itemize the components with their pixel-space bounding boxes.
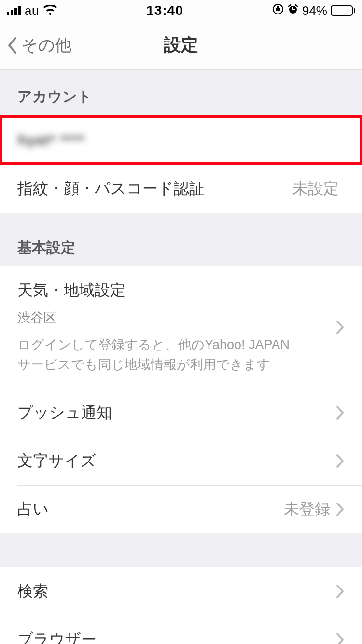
search-label: 検索 [17, 581, 336, 602]
section-header-account: アカウント [0, 70, 362, 115]
browser-row[interactable]: ブラウザー [0, 616, 362, 644]
carrier-label: au [25, 3, 39, 18]
weather-region-hint: ログインして登録すると、他のYahoo! JAPANサービスでも同じ地域情報が利… [17, 335, 297, 374]
battery-percent: 94% [302, 3, 327, 18]
chevron-right-icon [336, 454, 345, 468]
back-label: その他 [21, 34, 71, 56]
back-button[interactable]: その他 [0, 34, 71, 56]
chevron-right-icon [336, 502, 345, 517]
account-id-highlight: hyat* **** [0, 115, 362, 165]
chevron-right-icon [336, 584, 345, 599]
orientation-lock-icon [272, 3, 284, 18]
section-header-basic: 基本設定 [0, 213, 362, 266]
fortune-value: 未登録 [284, 499, 330, 520]
battery-icon [331, 5, 355, 16]
chevron-right-icon [336, 406, 345, 420]
weather-region-row[interactable]: 天気・地域設定 渋谷区 ログインして登録すると、他のYahoo! JAPANサー… [0, 266, 362, 389]
weather-region-label: 天気・地域設定 [17, 280, 336, 301]
signal-icon [7, 6, 21, 15]
font-size-row[interactable]: 文字サイズ [0, 437, 362, 485]
browser-label: ブラウザー [17, 629, 336, 644]
push-notification-row[interactable]: プッシュ通知 [0, 389, 362, 437]
status-bar: au 13:40 94% [0, 0, 362, 21]
weather-region-value: 渋谷区 [17, 309, 336, 326]
account-id-value: hyat* **** [18, 132, 84, 148]
wifi-icon [43, 5, 57, 16]
chevron-left-icon [7, 37, 17, 54]
fortune-label: 占い [17, 499, 284, 520]
section-gap [0, 533, 362, 567]
chevron-right-icon [336, 632, 345, 644]
biometric-auth-label: 指紋・顔・パスコード認証 [17, 178, 292, 199]
biometric-auth-row[interactable]: 指紋・顔・パスコード認証 未設定 [0, 165, 362, 213]
fortune-row[interactable]: 占い 未登録 [0, 485, 362, 533]
font-size-label: 文字サイズ [17, 450, 336, 472]
nav-header: その他 設定 [0, 21, 362, 70]
status-left: au [7, 3, 57, 18]
biometric-auth-value: 未設定 [292, 178, 339, 199]
push-notification-label: プッシュ通知 [17, 402, 336, 423]
chevron-right-icon [336, 320, 345, 335]
search-row[interactable]: 検索 [0, 567, 362, 616]
status-right: 94% [272, 3, 355, 18]
account-id-row[interactable]: hyat* **** [2, 118, 360, 162]
status-time: 13:40 [146, 3, 183, 18]
alarm-icon [287, 3, 299, 18]
svg-rect-3 [292, 9, 295, 10]
